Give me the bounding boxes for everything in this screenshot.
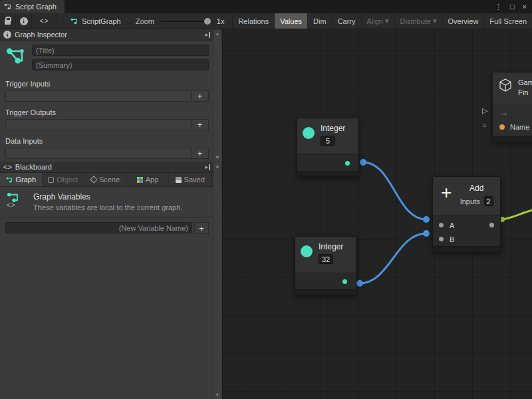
graph-inspector-header: i Graph Inspector ▸ [0, 29, 222, 41]
scroll-down-icon[interactable]: ▼ [215, 392, 220, 397]
zoom-slider[interactable] [161, 21, 211, 22]
maximize-icon[interactable]: □ [510, 3, 515, 11]
graph-meta-fields [32, 45, 209, 70]
add-trigger-input-button[interactable]: + [191, 90, 209, 102]
tab-object[interactable]: Object [43, 173, 85, 186]
blackboard-scrollbar[interactable]: ▲ ▼ [213, 162, 221, 398]
titlebar: Script Graph ⋮ □ × [0, 0, 532, 13]
chevron-down-icon: ▾ [433, 17, 437, 25]
wire-add-output[interactable] [502, 209, 532, 219]
inspector-scrollbar[interactable]: ▲ ▼ [213, 30, 221, 161]
close-icon[interactable]: × [523, 3, 527, 11]
value-input-port[interactable]: ○ [482, 122, 487, 129]
node-add[interactable]: + Add Inputs 2 A [432, 176, 501, 252]
node-integer-32[interactable]: Integer 32 [295, 236, 356, 295]
inputs-count-field[interactable]: 2 [484, 196, 493, 206]
trigger-inputs-label: Trigger Inputs [5, 80, 217, 88]
input-port-b[interactable] [439, 237, 444, 241]
graph-breadcrumb[interactable]: ScriptGraph [64, 13, 128, 29]
scroll-down-icon[interactable]: ▼ [215, 155, 220, 160]
scroll-up-icon[interactable]: ▲ [215, 31, 220, 36]
node-title-line1: Gam [518, 78, 532, 86]
graph-summary-input[interactable] [32, 59, 209, 70]
integer-value-field[interactable]: 5 [321, 136, 335, 146]
zoom-slider-knob[interactable] [204, 18, 211, 25]
values-button[interactable]: Values [274, 13, 307, 29]
tab-app-label: App [146, 176, 159, 184]
output-port[interactable] [345, 161, 350, 166]
window-title: Script Graph [15, 3, 57, 11]
wire-int1-to-addA[interactable] [363, 162, 426, 219]
window-tab-script-graph[interactable]: Script Graph [0, 0, 65, 13]
fullscreen-button[interactable]: Full Screen [483, 13, 532, 29]
graph-icon [4, 3, 12, 11]
lock-button[interactable] [0, 13, 16, 29]
tab-app[interactable]: App [127, 173, 170, 186]
node-body [297, 154, 358, 171]
data-inputs-list-area [5, 148, 191, 159]
dock-panel-icon[interactable]: ▸ [205, 32, 210, 38]
data-inputs-label: Data Inputs [5, 137, 217, 145]
code-icon: <> [7, 201, 16, 209]
scroll-up-icon[interactable]: ▲ [215, 164, 220, 168]
tab-saved[interactable]: Saved [169, 173, 211, 186]
dock-panel-icon[interactable]: ▸ [205, 164, 210, 170]
overview-button[interactable]: Overview [442, 13, 484, 29]
add-data-input-button[interactable]: + [191, 148, 209, 159]
graph-variables-icon: <> [7, 192, 27, 211]
tab-graph[interactable]: Graph [0, 173, 43, 186]
graph-tab-icon [6, 176, 13, 184]
distribute-button[interactable]: Distribute ▾ [394, 13, 442, 29]
blackboard-panel: <> Blackboard ▸ Graph Object [0, 162, 222, 399]
output-port[interactable] [342, 279, 347, 284]
wire-int2-to-addB[interactable] [360, 233, 426, 283]
info-icon: i [20, 17, 28, 25]
graph-canvas[interactable]: Integer 5 Integer 32 [223, 29, 532, 399]
graph-inspector-title: Graph Inspector [15, 31, 67, 39]
inspector-toggle-button[interactable]: i [16, 13, 32, 29]
port-a-label: A [450, 221, 454, 229]
add-variable-button[interactable]: + [194, 222, 209, 234]
blackboard-tabs: Graph Object Scene App [0, 173, 222, 187]
string-port[interactable] [499, 124, 505, 130]
lock-icon [5, 20, 11, 25]
node-find[interactable]: Gam Fin → Name [492, 72, 532, 142]
add-icon: + [441, 182, 452, 215]
new-variable-input[interactable] [5, 222, 192, 233]
values-label: Values [280, 17, 302, 25]
port-row-a: A [433, 218, 500, 232]
relations-button[interactable]: Relations [232, 13, 274, 29]
node-integer-5[interactable]: Integer 5 [297, 118, 359, 177]
fullscreen-label: Full Screen [489, 17, 527, 25]
input-port-a[interactable] [439, 223, 444, 227]
wire-endpoint[interactable] [360, 159, 366, 166]
flow-arrow-icon[interactable]: → [499, 108, 508, 118]
dim-button[interactable]: Dim [307, 13, 332, 29]
flow-input-port[interactable]: ▷ [482, 107, 487, 114]
add-trigger-output-button[interactable]: + [191, 119, 209, 130]
trigger-outputs-list-area [5, 119, 191, 130]
edit-script-button[interactable]: <> [32, 13, 57, 29]
wire-endpoint[interactable] [356, 280, 363, 287]
scene-tab-icon [90, 176, 97, 183]
output-port[interactable] [489, 223, 494, 227]
window-controls: ⋮ □ × [495, 3, 532, 11]
integer-value-field[interactable]: 32 [319, 254, 333, 264]
tab-object-label: Object [57, 176, 78, 184]
node-title: Integer [321, 124, 345, 133]
node-header: Gam Fin [493, 72, 532, 104]
saved-tab-icon [176, 177, 182, 183]
graph-variables-title: Graph Variables [33, 192, 182, 201]
tab-scene[interactable]: Scene [84, 173, 127, 186]
carry-button[interactable]: Carry [332, 13, 361, 29]
graph-title-input[interactable] [32, 45, 209, 56]
wire-endpoint[interactable] [423, 216, 430, 223]
window-menu-icon[interactable]: ⋮ [495, 3, 502, 11]
distribute-label: Distribute [400, 17, 431, 25]
trigger-outputs-list: + [5, 119, 209, 130]
dim-label: Dim [313, 17, 327, 25]
align-button[interactable]: Align ▾ [361, 13, 394, 29]
wire-endpoint[interactable] [423, 230, 430, 237]
node-footer [433, 246, 500, 251]
graph-variables-description: These variables are local to the current… [33, 203, 182, 211]
